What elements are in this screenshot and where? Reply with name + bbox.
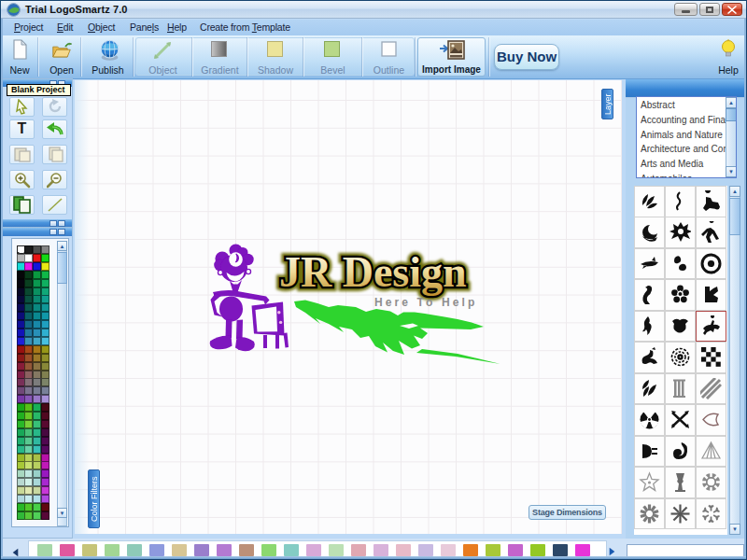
svg-text:Here To Help: Here To Help — [374, 296, 477, 309]
svg-text:JR Design: JR Design — [279, 248, 467, 296]
